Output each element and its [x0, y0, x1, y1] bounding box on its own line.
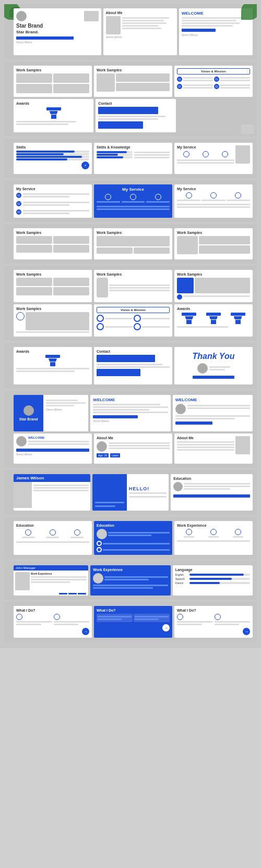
ab2-tag2: Learn — [110, 453, 120, 457]
section-6: Work Samples Work Samples — [4, 266, 257, 341]
slide-ws-d[interactable]: Work Samples — [14, 270, 92, 302]
slide-whatido-3[interactable]: What I Do? → — [174, 606, 253, 638]
wse-l3 — [109, 290, 170, 291]
slide-work-exp-center[interactable]: Work Experience — [90, 565, 170, 596]
ms1-line-2 — [177, 162, 234, 164]
slide-awards-3[interactable]: Awards — [14, 347, 92, 385]
slide-awards-2[interactable]: Awards — [174, 304, 253, 337]
slide-ws-e[interactable]: Work Samples — [94, 270, 172, 302]
slide-thankyou[interactable]: Thank You — [174, 347, 253, 385]
slide-about-2[interactable]: About Me Age: 25 Learn — [94, 433, 172, 464]
ms2-l6 — [23, 213, 69, 214]
slide-work-exp-2[interactable]: John Manager Work Experience — [14, 565, 88, 596]
wsc-i2 — [199, 245, 250, 254]
wid1-btn[interactable]: → — [82, 628, 89, 635]
slide-whatido-2[interactable]: What I Do? → — [94, 606, 172, 638]
v2-c2 — [134, 315, 141, 322]
section-10: Education — [4, 517, 257, 559]
aw2-title: Awards — [177, 307, 250, 311]
slide-hello[interactable]: HELLO! — [92, 474, 169, 511]
jw-name: James Wilson — [16, 476, 88, 480]
edu1-l1 — [184, 483, 250, 485]
ms2-badge-2: 02 — [16, 201, 21, 206]
edu1-l2 — [184, 486, 250, 487]
slide-welcome-2[interactable]: WELCOME Simon Wilson — [90, 395, 170, 431]
slide-ws-g[interactable]: Work Samples — [14, 304, 92, 337]
ws2-title: Work Samples — [97, 68, 170, 72]
slide-ws-a[interactable]: Work Samples — [14, 228, 92, 259]
slide-my-service-right[interactable]: My Service — [174, 184, 253, 218]
jw-l1 — [33, 485, 89, 486]
edu1-bar — [173, 494, 250, 498]
slide-language[interactable]: Language English Spanish French — [173, 565, 253, 596]
wsc-main — [177, 236, 198, 254]
slide-contact-2[interactable]: Contact — [94, 347, 172, 385]
skill-fill-4 — [16, 158, 67, 160]
slide-edu-1[interactable]: Education — [171, 474, 253, 511]
slide-james-wilson[interactable]: James Wilson — [14, 474, 90, 511]
slide-work-samples-1[interactable]: Work Samples — [14, 66, 92, 97]
slide-about-me[interactable]: About Me James Wilson — [103, 8, 177, 55]
wsb-main — [97, 236, 170, 246]
slide-ws-b[interactable]: Work Samples — [94, 228, 172, 259]
ws1-img-4 — [53, 84, 89, 93]
slide-welcome-3[interactable]: WELCOME — [173, 395, 253, 431]
wid2-btn[interactable]: → — [162, 624, 170, 631]
wsa-i4 — [53, 245, 89, 253]
w4-title: WELCOME — [28, 436, 89, 439]
vm-line-4 — [220, 80, 250, 81]
slide-my-service-2[interactable]: My Service 01 02 03 — [14, 184, 92, 218]
slide-skills-knowledge[interactable]: Skills & Knowledge — [94, 143, 172, 174]
slide-edu-3[interactable]: Education — [94, 521, 172, 555]
edu3-title: Education — [97, 524, 170, 527]
ws1-img-1 — [16, 73, 52, 83]
slide-edu-2[interactable]: Education — [14, 521, 92, 555]
edu2-icon-3 — [74, 529, 80, 536]
slide-about-3[interactable]: About Me — [174, 433, 253, 464]
wsb-i2 — [134, 247, 170, 254]
slide-my-service-center[interactable]: My Service — [94, 184, 172, 218]
ab2-l3 — [109, 448, 170, 449]
slide-ws-f[interactable]: Work Samples — [174, 270, 253, 302]
wid2-b1l2 — [98, 618, 122, 620]
slide-skills[interactable]: Skills + — [14, 143, 92, 174]
ms-c-icon-2 — [130, 194, 136, 200]
slides-row-4: My Service 01 02 03 — [14, 184, 253, 218]
w3-l1 — [187, 405, 250, 406]
wsd-i2 — [53, 278, 89, 286]
lang-track-2 — [189, 578, 250, 580]
slide-work-exp-1[interactable]: Work Experience — [174, 521, 253, 555]
slides-row-8b: WELCOME Simon Wilson About Me — [14, 433, 253, 464]
ws1-img-2 — [53, 73, 89, 83]
slide-ws-c[interactable]: Work Samples — [174, 228, 253, 259]
slide-cover[interactable]: Star Brand Star Brand. Simon Wilson — [14, 8, 101, 55]
section-8: Star Brand Simon Wilson WELCOME Simon Wi… — [4, 391, 257, 468]
wsd-i3 — [16, 287, 52, 295]
slide-whatido-1[interactable]: What I Do? → — [14, 606, 92, 638]
ab3-l1 — [177, 441, 234, 443]
wid3-btn[interactable]: → — [243, 628, 250, 635]
edu2-icon-2 — [50, 529, 56, 536]
funnel2-3 — [231, 313, 245, 324]
ms-center-title: My Service — [97, 187, 170, 192]
slide-awards[interactable]: Awards — [14, 99, 93, 132]
slide-work-samples-2[interactable]: Work Samples — [94, 66, 172, 97]
about-title: About Me — [106, 11, 174, 15]
slide-welcome[interactable]: WELCOME Simon Wilson — [179, 8, 253, 55]
slide-vision-mission[interactable]: Vision & Mission 01 01 02 — [174, 66, 253, 97]
wid2-b2l2 — [135, 618, 159, 620]
vm-line-6 — [183, 87, 213, 89]
wid3-l4 — [215, 624, 240, 625]
skills-icon: + — [81, 162, 89, 169]
sk-track-2 — [97, 154, 133, 156]
w2-name: Simon Wilson — [93, 419, 168, 423]
ws2-img-main — [97, 73, 115, 92]
edu2-icon-1 — [25, 529, 31, 536]
slide-contact[interactable]: Contact — [96, 99, 175, 132]
slide-welcome-4[interactable]: WELCOME Simon Wilson — [14, 433, 92, 464]
slide-my-service-1[interactable]: My Service — [174, 143, 253, 174]
slide-cover-2[interactable]: Star Brand Simon Wilson — [14, 395, 88, 431]
slide-vision-2[interactable]: Vision & Mission — [94, 304, 172, 337]
edu3-avatar — [97, 529, 107, 539]
page-wrapper: Presentation Template Star Brand Star Br… — [0, 0, 261, 648]
